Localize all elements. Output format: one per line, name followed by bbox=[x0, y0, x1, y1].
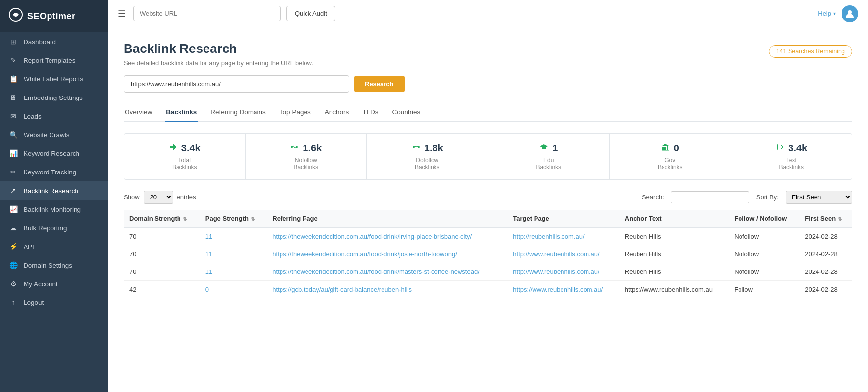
target-page-link-1[interactable]: http://www.reubenhills.com.au/ bbox=[513, 250, 599, 258]
cell-first-seen-3: 2024-02-28 bbox=[799, 281, 852, 298]
entries-select[interactable]: 20 50 100 bbox=[144, 191, 173, 204]
nofollow-backlinks-value: 1.6k bbox=[303, 143, 322, 154]
tab-countries[interactable]: Countries bbox=[391, 104, 421, 122]
sidebar-item-domain-settings[interactable]: 🌐 Domain Settings bbox=[0, 256, 108, 274]
cell-page-strength-3[interactable]: 0 bbox=[200, 281, 267, 298]
research-url-input[interactable] bbox=[124, 75, 349, 93]
svg-point-2 bbox=[291, 147, 293, 148]
table-controls: Show 20 50 100 entries Search: Sort By: … bbox=[124, 191, 852, 204]
gov-backlinks-value: 0 bbox=[674, 143, 679, 154]
table-search-input[interactable] bbox=[671, 191, 749, 203]
table-row: 70 11 https://theweekendedition.com.au/f… bbox=[124, 227, 852, 245]
svg-rect-9 bbox=[662, 150, 669, 151]
cell-page-strength-0[interactable]: 11 bbox=[200, 227, 267, 245]
backlinks-table: Domain Strength⇅Page Strength⇅Referring … bbox=[124, 210, 852, 298]
sidebar-label-white-label-reports: White Label Reports bbox=[24, 75, 83, 83]
cell-page-strength-1[interactable]: 11 bbox=[200, 245, 267, 263]
total-backlinks-icon bbox=[169, 143, 178, 154]
tab-tlds[interactable]: TLDs bbox=[361, 104, 379, 122]
cell-domain-strength-2: 70 bbox=[124, 263, 200, 281]
cell-referring-page-3[interactable]: https://gcb.today/au/gift-card-balance/r… bbox=[266, 281, 507, 298]
chevron-down-icon: ▾ bbox=[833, 11, 836, 16]
page-header-left: Backlink Research See detailed backlink … bbox=[124, 41, 313, 67]
tab-backlinks[interactable]: Backlinks bbox=[165, 104, 198, 122]
show-label: Show bbox=[124, 194, 140, 201]
text-backlinks-label: TextBacklinks bbox=[739, 157, 844, 171]
cell-referring-page-2[interactable]: https://theweekendedition.com.au/food-dr… bbox=[266, 263, 507, 281]
cell-target-page-3[interactable]: https://www.reubenhills.com.au/ bbox=[507, 281, 618, 298]
sidebar-label-leads: Leads bbox=[24, 113, 42, 120]
sidebar-item-my-account[interactable]: ⚙ My Account bbox=[0, 274, 108, 293]
sort-by-select[interactable]: First SeenDomain StrengthPage Strength bbox=[786, 191, 852, 204]
cell-target-page-0[interactable]: http://reubenhills.com.au/ bbox=[507, 227, 618, 245]
stats-row: 3.4k TotalBacklinks 1.6k NofollowBacklin… bbox=[124, 133, 852, 180]
sidebar-label-website-crawls: Website Crawls bbox=[24, 131, 70, 139]
sidebar-label-domain-settings: Domain Settings bbox=[24, 262, 72, 269]
col-header-domain-strength[interactable]: Domain Strength⇅ bbox=[124, 210, 200, 227]
col-header-page-strength[interactable]: Page Strength⇅ bbox=[200, 210, 267, 227]
sidebar-label-my-account: My Account bbox=[24, 280, 58, 288]
user-avatar[interactable] bbox=[842, 5, 858, 22]
sidebar-item-keyword-tracking[interactable]: ✏ Keyword Tracking bbox=[0, 163, 108, 181]
research-button[interactable]: Research bbox=[354, 76, 405, 92]
sidebar-item-white-label-reports[interactable]: 📋 White Label Reports bbox=[0, 70, 108, 88]
cell-target-page-2[interactable]: http://www.reubenhills.com.au/ bbox=[507, 263, 618, 281]
search-label: Search: bbox=[642, 194, 664, 201]
col-header-referring-page: Referring Page bbox=[266, 210, 507, 227]
svg-point-1 bbox=[848, 10, 852, 14]
sort-by-select-wrapper: First SeenDomain StrengthPage Strength bbox=[786, 191, 852, 204]
referring-page-link-0[interactable]: https://theweekendedition.com.au/food-dr… bbox=[272, 233, 472, 240]
sidebar-item-backlink-monitoring[interactable]: 📈 Backlink Monitoring bbox=[0, 200, 108, 219]
target-page-link-3[interactable]: https://www.reubenhills.com.au/ bbox=[513, 286, 603, 293]
menu-toggle-icon[interactable]: ☰ bbox=[118, 8, 126, 19]
col-header-follow-nofollow: Follow / Nofollow bbox=[728, 210, 799, 227]
brand-logo-icon bbox=[9, 8, 23, 24]
help-link[interactable]: Help ▾ bbox=[818, 10, 836, 17]
sidebar-item-dashboard[interactable]: ⊞ Dashboard bbox=[0, 32, 108, 51]
stat-dofollow-backlinks: 1.8k DofollowBacklinks bbox=[367, 134, 488, 179]
page-header: Backlink Research See detailed backlink … bbox=[124, 41, 852, 67]
svg-rect-7 bbox=[664, 147, 666, 150]
cell-follow-nofollow-1: Nofollow bbox=[728, 245, 799, 263]
domain-settings-icon: 🌐 bbox=[9, 261, 18, 269]
quick-audit-button[interactable]: Quick Audit bbox=[286, 6, 335, 21]
sidebar: SEOptimer ⊞ Dashboard ✎ Report Templates… bbox=[0, 0, 108, 392]
cell-referring-page-0[interactable]: https://theweekendedition.com.au/food-dr… bbox=[266, 227, 507, 245]
tab-overview[interactable]: Overview bbox=[124, 104, 153, 122]
sidebar-item-keyword-research[interactable]: 📊 Keyword Research bbox=[0, 144, 108, 163]
sidebar-item-report-templates[interactable]: ✎ Report Templates bbox=[0, 51, 108, 70]
dofollow-backlinks-icon bbox=[411, 143, 420, 154]
col-header-first-seen[interactable]: First Seen⇅ bbox=[799, 210, 852, 227]
sidebar-item-embedding-settings[interactable]: 🖥 Embedding Settings bbox=[0, 88, 108, 107]
sidebar-item-logout[interactable]: ↑ Logout bbox=[0, 293, 108, 312]
cell-target-page-1[interactable]: http://www.reubenhills.com.au/ bbox=[507, 245, 618, 263]
cell-domain-strength-0: 70 bbox=[124, 227, 200, 245]
sidebar-item-backlink-research[interactable]: ↗ Backlink Research bbox=[0, 181, 108, 200]
main-area: ☰ Quick Audit Help ▾ Backlink Research S… bbox=[108, 0, 868, 392]
dofollow-backlinks-label: DofollowBacklinks bbox=[375, 157, 480, 171]
target-page-link-0[interactable]: http://reubenhills.com.au/ bbox=[513, 233, 584, 240]
topbar-url-input[interactable] bbox=[133, 6, 281, 21]
sidebar-item-website-crawls[interactable]: 🔍 Website Crawls bbox=[0, 125, 108, 144]
sidebar-label-bulk-reporting: Bulk Reporting bbox=[24, 224, 67, 232]
sidebar-item-bulk-reporting[interactable]: ☁ Bulk Reporting bbox=[0, 219, 108, 237]
svg-marker-10 bbox=[662, 144, 669, 146]
tab-referring-domains[interactable]: Referring Domains bbox=[209, 104, 267, 122]
sidebar-item-leads[interactable]: ✉ Leads bbox=[0, 107, 108, 125]
referring-page-link-1[interactable]: https://theweekendedition.com.au/food-dr… bbox=[272, 250, 457, 258]
cell-anchor-text-0: Reuben Hills bbox=[619, 227, 728, 245]
target-page-link-2[interactable]: http://www.reubenhills.com.au/ bbox=[513, 268, 599, 275]
sidebar-item-api[interactable]: ⚡ API bbox=[0, 237, 108, 256]
cell-referring-page-1[interactable]: https://theweekendedition.com.au/food-dr… bbox=[266, 245, 507, 263]
referring-page-link-2[interactable]: https://theweekendedition.com.au/food-dr… bbox=[272, 268, 479, 275]
cell-first-seen-0: 2024-02-28 bbox=[799, 227, 852, 245]
cell-follow-nofollow-0: Nofollow bbox=[728, 227, 799, 245]
tab-anchors[interactable]: Anchors bbox=[324, 104, 350, 122]
referring-page-link-3[interactable]: https://gcb.today/au/gift-card-balance/r… bbox=[272, 286, 412, 293]
total-backlinks-label: TotalBacklinks bbox=[132, 157, 237, 171]
keyword-tracking-icon: ✏ bbox=[9, 168, 18, 176]
backlink-monitoring-icon: 📈 bbox=[9, 205, 18, 213]
content-tabs: OverviewBacklinksReferring DomainsTop Pa… bbox=[124, 104, 852, 122]
cell-page-strength-2[interactable]: 11 bbox=[200, 263, 267, 281]
tab-top-pages[interactable]: Top Pages bbox=[279, 104, 312, 122]
